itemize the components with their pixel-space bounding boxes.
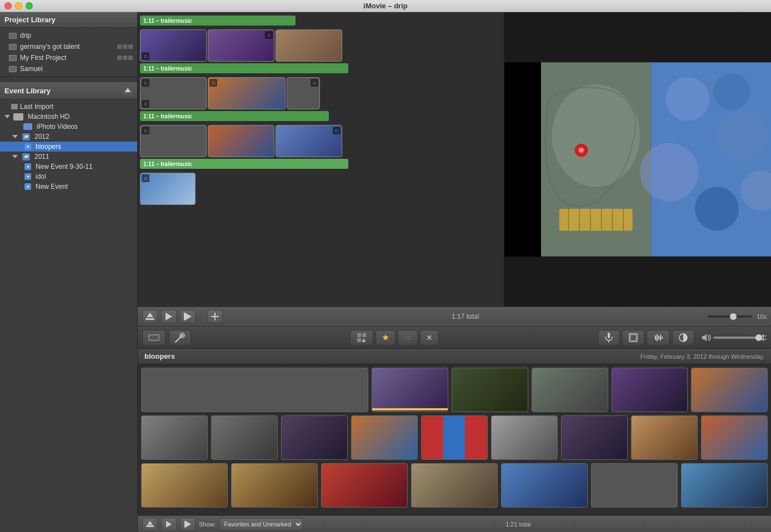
bottom-play-full-button[interactable]: [180, 518, 196, 531]
import-button[interactable]: [142, 310, 158, 323]
event-clip[interactable]: [411, 463, 498, 508]
show-select[interactable]: Favorites and Unmarked All Clips Favorit…: [219, 518, 303, 530]
event-clip[interactable]: [631, 415, 698, 460]
clip-corner-icon: □: [142, 79, 149, 87]
event-clip[interactable]: [351, 415, 418, 460]
event-library-action[interactable]: [123, 86, 133, 96]
reject-button[interactable]: ✕: [420, 330, 439, 345]
event-clip[interactable]: [532, 368, 608, 412]
timeline-clip[interactable]: [276, 29, 342, 62]
close-button[interactable]: [4, 2, 12, 9]
ctrl-dot: [117, 44, 122, 49]
film-icon: [9, 55, 17, 61]
sidebar-item-samuel[interactable]: Samuel: [0, 63, 137, 74]
unmark-button[interactable]: ☆: [398, 330, 418, 345]
timeline-clip[interactable]: □: [287, 77, 320, 109]
volume-slider[interactable]: [713, 337, 758, 339]
event-clip[interactable]: [561, 415, 628, 460]
zoom-track[interactable]: [708, 315, 752, 318]
event-item-new-event-9-30-11[interactable]: ✦ New Event 9-30-11: [0, 162, 137, 172]
ctrl-dot: [128, 56, 133, 60]
timeline-clip[interactable]: [208, 125, 274, 157]
magic-wand-icon: [175, 333, 185, 343]
event-item-bloopers[interactable]: ✦ bloopers: [0, 142, 137, 152]
event-clip[interactable]: [141, 415, 208, 460]
event-clip[interactable]: [231, 463, 318, 508]
clip-picker-button[interactable]: [350, 330, 373, 345]
event-clip[interactable]: [452, 368, 528, 412]
main-layout: Project Library drip germany's got talen…: [0, 12, 771, 532]
event-clip[interactable]: [491, 415, 558, 460]
crop-button[interactable]: [622, 330, 644, 345]
audio-waveform-button[interactable]: [647, 330, 670, 345]
event-clip[interactable]: [321, 463, 408, 508]
content-area: 1:11 – trailermusic □ □: [138, 12, 771, 532]
event-clip[interactable]: [141, 463, 228, 508]
microphone-icon: [604, 333, 614, 343]
play-button[interactable]: [161, 310, 177, 323]
maximize-button[interactable]: [26, 2, 33, 9]
event-clip[interactable]: [501, 463, 588, 508]
event-item-new-event[interactable]: ✦ New Event: [0, 182, 137, 192]
event-clip[interactable]: [612, 368, 688, 412]
sidebar-item-drip[interactable]: drip: [0, 30, 137, 41]
event-clip[interactable]: [591, 463, 678, 508]
timeline-clip[interactable]: □: [140, 173, 196, 205]
event-item-2012[interactable]: 📁 2012: [0, 132, 137, 142]
sidebar-item-my-first-project[interactable]: My First Project: [0, 52, 137, 63]
timeline-clip[interactable]: □: [140, 125, 207, 157]
magic-wand-button[interactable]: [169, 330, 191, 345]
event-item-idol[interactable]: ✦ idol: [0, 172, 137, 182]
color-adjust-button[interactable]: [672, 330, 694, 345]
event-clip[interactable]: [681, 463, 768, 508]
sidebar-item-germany[interactable]: germany's got talent: [0, 41, 137, 52]
import-icon: [146, 313, 154, 320]
timeline-clip[interactable]: □: [276, 125, 342, 157]
event-clip[interactable]: [211, 415, 278, 460]
event-browser: bloopers Friday, February 3, 2012 throug…: [138, 349, 771, 515]
zoom-thumb[interactable]: [730, 313, 737, 320]
volume-thumb[interactable]: [755, 334, 762, 341]
svg-rect-27: [184, 313, 185, 320]
timeline-clip[interactable]: □: [208, 77, 286, 109]
project-item-label: Samuel: [20, 65, 133, 73]
play-full-button[interactable]: [180, 310, 196, 323]
timeline-scroll[interactable]: 1:11 – trailermusic □ □: [138, 12, 504, 290]
audio-label: 1:11 – trailermusic: [143, 113, 192, 119]
event-item-last-import[interactable]: Last Import: [0, 102, 137, 112]
event-clip[interactable]: [372, 368, 448, 412]
event-browser-title: bloopers: [144, 352, 175, 360]
svg-rect-29: [211, 316, 219, 317]
event-library-header: Event Library: [0, 82, 137, 99]
event-item-2011[interactable]: 📁 2011: [0, 152, 137, 162]
event-item-iphoto-videos[interactable]: iPhoto Videos: [0, 122, 137, 132]
audio-adjust-button[interactable]: [598, 330, 620, 345]
event-clip[interactable]: [691, 368, 768, 412]
bottom-import-button[interactable]: [142, 518, 158, 531]
edit-toolbar: ★ ☆ ✕: [138, 327, 771, 349]
bottom-play-button[interactable]: [161, 518, 177, 531]
svg-point-7: [717, 110, 768, 161]
event-clip[interactable]: [281, 415, 348, 460]
timeline-clip[interactable]: □: [140, 29, 207, 62]
event-clip[interactable]: [141, 368, 368, 412]
mark-favorite-button[interactable]: ★: [376, 330, 395, 345]
preview-canvas: [504, 12, 771, 307]
timeline-clip[interactable]: □ □: [140, 77, 207, 109]
iphoto-icon: [23, 123, 32, 130]
add-button[interactable]: [207, 310, 223, 323]
event-clip[interactable]: [421, 415, 488, 460]
svg-rect-54: [146, 525, 154, 527]
timeline-status: 1:17 total: [226, 313, 704, 320]
clip-appearance-button[interactable]: [142, 330, 166, 345]
svg-rect-0: [125, 91, 131, 92]
minimize-button[interactable]: [15, 2, 22, 9]
svg-marker-1: [126, 88, 130, 91]
timeline-clip[interactable]: □: [208, 29, 274, 62]
event-item-macintosh-hd[interactable]: Macintosh HD: [0, 112, 137, 122]
audio-bar: 1:11 – trailermusic: [140, 159, 348, 169]
clip-corner-icon: □: [265, 31, 273, 39]
expand-triangle-icon: [12, 155, 18, 158]
timeline-row: 1:11 – trailermusic: [140, 16, 502, 26]
event-clip[interactable]: [701, 415, 768, 460]
